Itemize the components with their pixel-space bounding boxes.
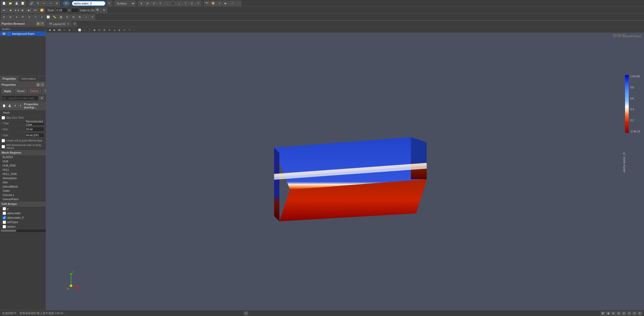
mesh-item-blades[interactable]: BLADES [0,155,46,159]
axes-btn[interactable]: ✛ [39,14,45,20]
props-search-options-btn[interactable]: ⚙ [39,96,44,100]
open-btn[interactable]: 📁 [7,1,13,6]
mesh-item-hub-disk[interactable]: HUB_DISK [0,164,46,168]
split3-btn[interactable]: ⊠ [77,14,83,20]
toggle-btn[interactable]: ⊙ [217,1,222,6]
color-map-btn[interactable]: 🎨 [210,1,216,6]
cell-array-celltypes[interactable]: cellTypes [0,220,46,224]
split-h-btn[interactable]: ⊟ [64,14,70,20]
skip-zero-time-label[interactable]: Skip Zero Time [2,116,44,119]
status-icon-5[interactable]: ⊕ [622,312,626,315]
tab-information[interactable]: Information [19,76,39,82]
mesh-item-hull-disk[interactable]: HULL_DISK [0,172,46,176]
mesh-item-overset1[interactable]: Overset-1 [0,193,46,197]
dimensional-units-label[interactable]: Add dimensional units to array names [2,144,44,149]
loop-btn[interactable]: 🔁 [39,8,45,13]
cell-array-p-checkbox[interactable] [3,207,6,210]
select6-btn[interactable]: ↺ [195,1,201,6]
wand-btn[interactable]: ✦ [89,14,95,20]
status-icon-7[interactable]: ⊘ [632,312,637,315]
max-btn[interactable]: ⤢ [83,14,89,20]
render-btn[interactable]: ▶ [223,1,229,6]
play-btn[interactable]: ▶ [20,8,26,13]
viewport-3d[interactable]: RenderView1 □ ▭ ✕ [46,33,644,310]
pick-btn[interactable]: ✛ [157,1,163,6]
mesh-item-outlet[interactable]: Outlet [0,189,46,193]
status-icon-2[interactable]: ◨ [606,312,610,315]
viewport-max-btn[interactable]: ▭ [617,34,621,37]
rt-btn-3[interactable]: 3D [57,28,62,32]
ruler-btn[interactable]: 📏 [52,14,57,20]
connect-btn[interactable]: 🔗 [29,1,34,6]
rt-btn-15[interactable]: ◈ [117,28,122,32]
status-icon-1[interactable]: ◩ [601,312,605,315]
props-search-input[interactable] [2,96,38,101]
outline-btn[interactable]: ⬜ [45,14,51,20]
mesh-regions-header[interactable]: Mesh Regions [0,150,46,155]
viewport-close-btn[interactable]: ✕ [622,34,626,37]
time-frame-input[interactable] [71,8,79,13]
screenshot-btn[interactable]: 📷 [204,1,210,6]
rt-btn-2[interactable]: ▶ [52,28,57,32]
eye-btn[interactable]: 👁 [63,1,70,6]
apply-btn[interactable]: Apply [2,88,14,94]
tab-properties[interactable]: Properties [0,76,19,82]
variable-input[interactable] [72,1,106,6]
time-settings-btn[interactable]: 🔍 [95,8,101,13]
select3-btn[interactable]: △ [176,1,182,6]
representation-dropdown[interactable]: Surface [114,1,135,6]
scrollbar-thumb[interactable] [1,230,16,232]
undo-btn[interactable]: ↩ [41,1,47,6]
status-icon-3[interactable]: ⊞ [611,312,616,315]
mesh-item-hull[interactable]: HULL [0,168,46,172]
disconnect-btn[interactable]: ⚙ [35,1,41,6]
props-close-btn[interactable]: ✕ [41,83,44,87]
pipeline-lock-btn[interactable]: 🔒 [36,22,40,26]
dimensional-units-checkbox[interactable] [2,145,5,148]
cell-array-alpha-water-0-checkbox[interactable] [3,216,6,219]
last-frame-btn[interactable]: ⏭ [33,8,38,13]
select2-btn[interactable]: ⬛ [170,1,176,6]
skip-zero-time-checkbox[interactable] [2,116,5,119]
rt-btn-11[interactable]: ⊡ [97,28,102,32]
cell-array-epsilon[interactable]: epsilon [0,224,46,229]
rt-btn-9[interactable]: ⬛ [87,28,92,32]
macros-btn[interactable]: ● [14,14,19,20]
settings-btn[interactable]: ⚙ [54,1,60,6]
help-btn[interactable]: ? [42,88,46,94]
save-btn[interactable]: 💾 [14,1,19,6]
cell-array-celltypes-checkbox[interactable] [3,220,6,224]
select4-btn[interactable]: ▽ [183,1,188,6]
variable-dropdown-arrow[interactable]: ▼ [107,1,112,6]
next-frame-btn[interactable]: ▶| [26,8,32,13]
split-v-btn[interactable]: ⊞ [71,14,76,20]
select-btn[interactable]: ⬚ [164,1,169,6]
visibility-eye[interactable]: ● [2,32,6,35]
mesh-item-atmosphere[interactable]: Atmosphere [0,176,46,180]
redo-btn[interactable]: ↪ [48,1,53,6]
rt-btn-16[interactable]: ⊙ [122,28,127,32]
mesh-item-inlet[interactable]: Inlet [0,180,46,185]
sources-btn[interactable]: ⊞ [7,14,13,20]
pipeline-item-background-foam[interactable]: ● background.foam [0,31,46,36]
filters-btn[interactable]: ⊕ [1,14,7,20]
mesh-item-hub[interactable]: HUB [0,159,46,164]
time-input[interactable] [56,8,67,13]
cell-array-p[interactable]: p [0,207,46,211]
rt-btn-17[interactable]: ? [127,28,132,32]
rt-btn-7[interactable]: ⬜ [77,28,82,32]
cell-arrays-header[interactable]: Cell Arrays [0,202,46,207]
reset-view-btn[interactable]: ⊕ [138,1,144,6]
props-lock-btn[interactable]: 🔒 [36,83,40,87]
cube-btn[interactable]: ⬡ [33,14,38,20]
rubber-band-btn[interactable]: ⊡ [151,1,157,6]
mesh-item-oversetpatch[interactable]: OversetPatch [0,197,46,202]
grid-btn[interactable]: ▦ [58,14,64,20]
pipeline-close-btn[interactable]: ✕ [41,22,44,26]
new-btn[interactable]: 📄 [1,1,7,6]
zoom-box-btn[interactable]: ⊞ [145,1,150,6]
delete-btn[interactable]: Delete [28,88,41,94]
cell-to-point-checkbox[interactable] [2,139,5,142]
layout-tab[interactable]: 🗖 Layout #1 ✕ [47,21,72,27]
status-center-btn[interactable]: ≡ [244,312,248,315]
